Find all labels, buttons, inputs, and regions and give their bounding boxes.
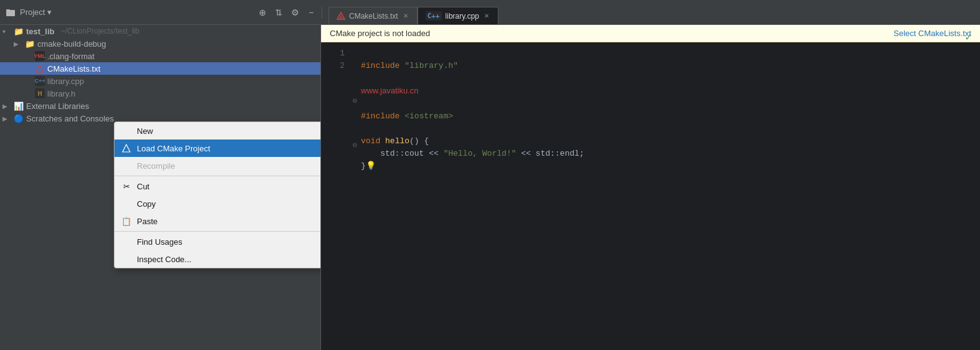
expand-arrow-icon: ▶ xyxy=(2,115,11,122)
folder-icon: 📁 xyxy=(25,39,35,49)
menu-separator-1 xyxy=(114,176,321,176)
tree-cmake-build-label: cmake-build-debug xyxy=(37,39,106,49)
menu-separator-2 xyxy=(114,231,321,232)
external-libraries-icon: 📊 xyxy=(14,101,24,111)
fold-gutter: ⊖ ⊖ xyxy=(352,47,361,345)
settings-icon[interactable]: ⚙ xyxy=(289,7,301,18)
svg-marker-5 xyxy=(36,65,44,72)
cpp-file-icon: C++ xyxy=(35,76,45,86)
code-editor[interactable]: #include "library.h" www.javatiku.cn #in… xyxy=(361,47,980,345)
menu-item-copy[interactable]: Copy ▶ xyxy=(114,195,321,212)
tree-item-clang-format[interactable]: YML .clang-format xyxy=(0,50,320,62)
cmake-tab-label: CMakeLists.txt xyxy=(349,12,398,21)
project-panel-header: Project ▾ ⊕ ⇅ ⚙ − xyxy=(5,7,322,18)
menu-item-load-cmake[interactable]: Load CMake Project xyxy=(114,140,321,157)
cut-icon: ✂ xyxy=(121,182,132,191)
cpp-tab-close[interactable]: ✕ xyxy=(483,11,490,21)
menu-item-find-usages[interactable]: Find Usages ⌥F7 xyxy=(114,233,321,250)
tab-cmake[interactable]: ▲ CMakeLists.txt ✕ xyxy=(329,7,418,24)
editor-content: 1 2 ⊖ ⊖ #include "library.h" www.javatik… xyxy=(321,42,980,350)
menu-recompile-label: Recompile xyxy=(137,161,321,171)
cmake-tab-icon: ▲ xyxy=(337,12,345,21)
project-panel-title: Project ▾ xyxy=(20,7,52,17)
tree-item-library-cpp[interactable]: C++ library.cpp xyxy=(0,75,320,87)
menu-load-cmake-label: Load CMake Project xyxy=(137,144,321,153)
editor-notification: CMake project is not loaded Select CMake… xyxy=(321,25,980,42)
scratches-icon: 🔵 xyxy=(14,113,24,123)
tree-item-cmake-build[interactable]: ▶ 📁 cmake-build-debug xyxy=(0,37,320,50)
tree-root-label: test_lib xyxy=(26,27,55,36)
tree-clang-format-label: .clang-format xyxy=(47,52,95,61)
project-label: Project xyxy=(20,7,45,17)
yaml-file-icon: YML xyxy=(35,51,45,61)
expand-arrow-icon: ▾ xyxy=(2,28,11,35)
expand-arrow-icon: ▶ xyxy=(14,40,22,47)
folder-icon xyxy=(5,7,16,18)
cmake-tab-close[interactable]: ✕ xyxy=(402,11,409,21)
menu-copy-label: Copy xyxy=(137,199,321,209)
svg-rect-1 xyxy=(6,9,10,11)
svg-marker-6 xyxy=(123,144,130,152)
cpp-tab-icon: C++ xyxy=(426,11,442,21)
collapse-icon[interactable]: ⇅ xyxy=(273,7,284,18)
tree-scratches-label: Scratches and Consoles xyxy=(26,114,114,123)
sidebar: ▾ 📁 test_lib ~/CLionProjects/test_lib ▶ … xyxy=(0,25,321,350)
expand-arrow-icon: ▶ xyxy=(2,103,11,110)
add-icon[interactable]: ⊕ xyxy=(257,7,268,18)
toolbar-actions: ⊕ ⇅ ⚙ − xyxy=(257,7,317,18)
tree-external-label: External Libraries xyxy=(26,102,89,111)
notification-link[interactable]: Select CMakeLists.txt xyxy=(894,29,971,38)
menu-item-inspect-code[interactable]: Inspect Code... xyxy=(114,250,321,268)
tree-root-path: ~/CLionProjects/test_lib xyxy=(61,27,139,35)
dropdown-arrow-icon[interactable]: ▾ xyxy=(47,7,52,17)
folder-icon: 📁 xyxy=(14,26,24,36)
tree-library-cpp-label: library.cpp xyxy=(47,77,84,86)
menu-item-paste[interactable]: 📋 Paste ⌘V xyxy=(114,212,321,230)
checkmark-icon: ✓ xyxy=(964,42,973,43)
tree-item-external[interactable]: ▶ 📊 External Libraries xyxy=(0,100,320,112)
menu-new-label: New xyxy=(137,126,321,136)
tree-item-library-h[interactable]: H library.h xyxy=(0,87,320,100)
toolbar: Project ▾ ⊕ ⇅ ⚙ − ▲ CMakeLists.txt ✕ C++… xyxy=(0,0,980,25)
menu-item-new[interactable]: New ▶ xyxy=(114,122,321,140)
tree-item-cmakelists[interactable]: CMakeLists.txt xyxy=(0,62,320,75)
paste-icon: 📋 xyxy=(121,217,132,226)
menu-find-usages-label: Find Usages xyxy=(137,237,321,247)
minimize-icon[interactable]: − xyxy=(306,7,317,18)
tree-library-h-label: library.h xyxy=(47,89,75,98)
svg-text:▲: ▲ xyxy=(339,15,342,19)
cmake-file-icon xyxy=(35,64,45,73)
menu-inspect-code-label: Inspect Code... xyxy=(137,255,321,264)
menu-item-cut[interactable]: ✂ Cut ⌘X xyxy=(114,177,321,195)
editor-panel: CMake project is not loaded Select CMake… xyxy=(321,25,980,350)
tree-item-root[interactable]: ▾ 📁 test_lib ~/CLionProjects/test_lib xyxy=(0,25,320,37)
menu-cut-label: Cut xyxy=(137,182,321,191)
main-content: ▾ 📁 test_lib ~/CLionProjects/test_lib ▶ … xyxy=(0,25,980,350)
cmake-menu-icon xyxy=(121,144,132,153)
h-file-icon: H xyxy=(35,88,45,98)
tree-cmakelists-label: CMakeLists.txt xyxy=(47,64,100,73)
notification-text: CMake project is not loaded xyxy=(330,29,430,38)
line-numbers: 1 2 xyxy=(321,47,352,345)
tab-cpp[interactable]: C++ library.cpp ✕ xyxy=(418,7,498,24)
menu-item-recompile: Recompile ⇧⌘F9 xyxy=(114,157,321,174)
menu-paste-label: Paste xyxy=(137,217,321,226)
context-menu: New ▶ Load CMake Project Recompile ⇧⌘F9 xyxy=(114,121,321,268)
cpp-tab-label: library.cpp xyxy=(446,12,479,21)
